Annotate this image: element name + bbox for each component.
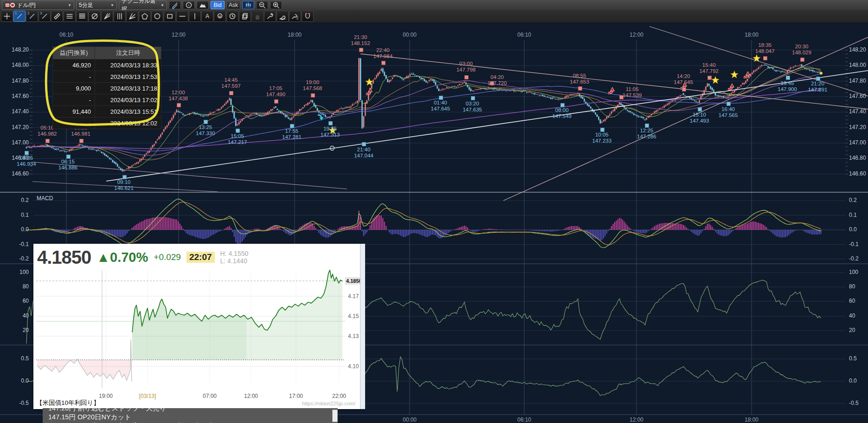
vertical-lines-tool[interactable] <box>114 11 126 22</box>
ticker-scrollbar[interactable] <box>332 410 338 422</box>
datetime-cell: 2024/03/13 17:02 <box>95 94 161 106</box>
pentagon-tool[interactable] <box>139 11 151 22</box>
current-yield-value: 4.1850 <box>37 247 91 268</box>
low-value: L: 4.1440 <box>220 257 247 265</box>
popup-scrollbar[interactable] <box>360 244 365 409</box>
technical-selector[interactable]: テクニカル選択▼ <box>119 0 167 10</box>
change-percent: ▲0.70% <box>96 250 148 265</box>
trade-row[interactable]: -2024/03/13 12:02 <box>53 117 161 129</box>
svg-text:19:00: 19:00 <box>99 393 113 399</box>
popup-title: 【米国債10年利回り】 <box>36 399 100 407</box>
source-url[interactable]: https://nikkei225jp.com/ <box>302 401 355 406</box>
trendline-tool-1[interactable]: 1 <box>13 11 26 22</box>
horizontal-line-tool[interactable] <box>176 11 188 22</box>
area-chart-button[interactable] <box>197 1 209 9</box>
ruler-tool[interactable] <box>51 11 63 22</box>
hlines4-icon <box>78 13 86 20</box>
datetime-cell: 2024/03/13 12:02 <box>95 117 161 129</box>
magnet-icon <box>304 13 311 20</box>
datetime-cell: 2024/03/13 18:33 <box>95 59 161 71</box>
copy-icon <box>241 13 249 20</box>
magnet-tool[interactable] <box>302 11 314 22</box>
trade-row[interactable]: -2024/03/13 17:53 <box>53 71 161 83</box>
ticker-line[interactable]: 147.20円 割り込むとストップ・大売り <box>48 408 336 413</box>
svg-text:A: A <box>206 13 209 20</box>
info-button[interactable]: i <box>183 1 195 9</box>
pair-selector-label: ドル/円 <box>17 1 36 9</box>
clock-icon <box>229 13 236 20</box>
pan-tool[interactable] <box>251 11 264 22</box>
draw-line-button[interactable] <box>169 1 181 9</box>
svg-text:4.15: 4.15 <box>348 313 359 319</box>
trade-history-table: 益(円換算) 注文日時 46,9202024/03/13 18:33-2024/… <box>52 46 161 129</box>
ask-button[interactable]: Ask <box>226 1 240 9</box>
hand-icon <box>254 13 261 20</box>
svg-text:4.13: 4.13 <box>348 333 359 339</box>
crosshair-tool[interactable] <box>1 11 13 22</box>
fan-lines-tool[interactable] <box>101 11 113 22</box>
table-header-datetime: 注文日時 <box>95 47 161 59</box>
datetime-cell: 2024/03/13 15:51 <box>95 106 161 117</box>
trade-row[interactable]: -2024/03/13 17:02 <box>53 94 161 106</box>
parallel-lines-tool[interactable] <box>64 11 76 22</box>
svg-text:12:00: 12:00 <box>244 393 258 399</box>
zoom-out-button[interactable] <box>256 1 268 9</box>
zoomout-icon <box>258 1 266 9</box>
text-tool[interactable]: A <box>201 11 213 22</box>
trendline-tool-2[interactable]: 2 <box>26 11 38 22</box>
plus-icon <box>3 13 11 20</box>
svg-text:i: i <box>188 3 189 7</box>
pitchfork-tool[interactable] <box>126 11 138 22</box>
timeframe-selector[interactable]: 5分足▼ <box>76 0 117 10</box>
ticker-line[interactable]: 147.15円 OP20日NYカット <box>48 413 336 422</box>
smiley-icon <box>216 13 224 20</box>
main-toolbar: ドル/円▼5分足▼テクニカル選択▼iBidAsk <box>0 0 868 10</box>
wrench-icon <box>266 13 274 20</box>
high-low-block: H: 4.1550 L: 4.1440 <box>220 250 249 265</box>
gann-circle-tool[interactable] <box>89 11 101 22</box>
change-absolute: +0.029 <box>154 252 181 262</box>
candle-chart-button[interactable] <box>242 1 254 9</box>
copy-tool[interactable] <box>239 11 251 22</box>
news-ticker[interactable]: 147.20円 割り込むとストップ・大売り 147.15円 OP20日NYカット… <box>43 408 338 423</box>
pencil-icon <box>171 1 179 9</box>
profit-cell: 91,440 <box>53 106 95 117</box>
datetime-cell: 2024/03/13 17:53 <box>95 71 161 83</box>
arccircle-icon <box>91 13 98 20</box>
vlines-icon <box>116 13 123 20</box>
ellipse-tool[interactable] <box>151 11 163 22</box>
time-stamp-tool[interactable] <box>226 11 238 22</box>
eraser-tool[interactable] <box>276 11 289 22</box>
profit-cell: - <box>53 94 95 106</box>
adjust-tool[interactable] <box>264 11 276 22</box>
profit-cell: 9,000 <box>53 83 95 94</box>
textA-icon: A <box>204 13 211 20</box>
svg-text:4.17: 4.17 <box>348 293 359 299</box>
trading-app-window: ドル/円▼5分足▼テクニカル選択▼iBidAsk 123A 06:1012:00… <box>0 0 868 423</box>
multi-lines-tool[interactable] <box>76 11 88 22</box>
fan2-icon <box>129 13 136 20</box>
trade-row[interactable]: 46,9202024/03/13 18:33 <box>53 59 161 71</box>
zoom-in-button[interactable] <box>270 1 282 9</box>
candles-icon <box>244 1 252 9</box>
vertical-line-tool[interactable] <box>189 11 201 22</box>
trade-row[interactable]: 9,0002024/03/13 17:18 <box>53 83 161 94</box>
last-price-dot <box>820 72 823 75</box>
high-value: H: 4.1550 <box>220 250 249 257</box>
wrench2-icon <box>291 13 299 20</box>
svg-text:4.10: 4.10 <box>348 363 359 370</box>
svg-text:[03/13]: [03/13] <box>139 393 156 399</box>
japan-flag-icon <box>10 2 15 8</box>
ruler-icon <box>53 13 61 20</box>
rectangle-tool[interactable] <box>164 11 176 22</box>
trade-row[interactable]: 91,4402024/03/13 15:51 <box>53 106 161 117</box>
bid-button[interactable]: Bid <box>211 1 225 9</box>
trendline-tool-3[interactable]: 3 <box>39 11 51 22</box>
svg-text:17:00: 17:00 <box>289 393 303 399</box>
tool-settings[interactable] <box>289 11 301 22</box>
icon-stamp-tool[interactable] <box>214 11 226 22</box>
vline-icon <box>191 13 199 20</box>
pair-selector[interactable]: ドル/円▼ <box>2 0 74 10</box>
bond-yield-popup: 4.204.174.154.134.104.185019:00[03/13]07… <box>33 244 360 409</box>
table-header-profit: 益(円換算) <box>53 47 95 59</box>
